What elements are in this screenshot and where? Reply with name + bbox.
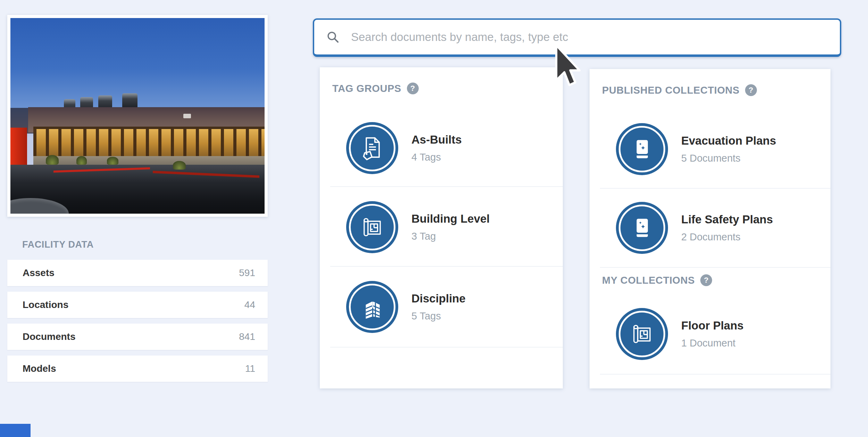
divider [600,267,831,268]
tag-group-item-as-builts[interactable]: As-Builts 4 Tags [346,122,462,174]
search-input[interactable] [350,30,828,44]
item-title: Building Level [411,212,490,225]
my-collections-header-label: MY COLLECTIONS [602,275,695,286]
tag-groups-header-label: TAG GROUPS [332,83,401,94]
facility-data-row: Locations 44 [7,292,268,318]
corner-accent [0,424,31,437]
item-title: Discipline [411,292,466,305]
divider [330,347,563,348]
help-icon[interactable]: ? [745,84,757,96]
facility-photo-card [7,15,268,217]
item-subtitle: 4 Tags [411,152,462,163]
published-collections-header-label: PUBLISHED COLLECTIONS [602,85,740,96]
item-subtitle: 1 Document [681,337,744,349]
item-subtitle: 5 Documents [681,153,776,164]
item-title: Evacuation Plans [681,134,776,147]
facility-row-value: 841 [239,331,255,342]
collection-item-life-safety-plans[interactable]: Life Safety Plans 2 Documents [616,202,773,254]
photo-shrub [107,157,118,165]
facility-data-row: Models 11 [7,355,268,382]
facility-row-value: 11 [245,363,255,374]
divider [600,374,831,375]
tag-group-item-building-level[interactable]: Building Level 3 Tag [346,201,490,253]
facility-photo [10,18,265,214]
photo-shrub [46,155,59,165]
building-icon [346,281,398,333]
facility-row-label: Assets [23,267,55,279]
facility-row-label: Models [23,363,56,374]
facility-data-row: Assets 591 [7,260,268,286]
my-collections-header: MY COLLECTIONS ? [602,274,712,286]
collections-card: PUBLISHED COLLECTIONS ? Evacuation Plans… [590,69,831,388]
facility-row-label: Documents [23,331,75,342]
book-sparkle-icon [616,123,668,175]
tag-groups-card: TAG GROUPS ? As-Builts 4 Tags [320,67,563,388]
collection-item-floor-plans[interactable]: Floor Plans 1 Document [616,308,744,360]
tag-group-item-discipline[interactable]: Discipline 5 Tags [346,281,466,333]
photo-building-logo [183,114,191,118]
item-subtitle: 5 Tags [411,310,466,322]
help-icon[interactable]: ? [407,83,419,94]
facility-row-value: 44 [244,299,255,310]
item-subtitle: 3 Tag [411,231,490,242]
search-icon [326,30,340,44]
help-icon[interactable]: ? [700,274,712,286]
item-title: As-Builts [411,133,462,146]
photo-red-wall [10,128,27,167]
divider [600,188,831,189]
divider [330,266,563,267]
item-title: Life Safety Plans [681,213,773,226]
facility-data-row: Documents 841 [7,324,268,350]
document-tag-icon [346,122,398,174]
collection-item-evacuation-plans[interactable]: Evacuation Plans 5 Documents [616,123,776,175]
item-title: Floor Plans [681,319,744,332]
tag-groups-header: TAG GROUPS ? [332,83,419,94]
photo-shrub [173,161,186,170]
published-collections-header: PUBLISHED COLLECTIONS ? [602,84,757,96]
book-sparkle-icon [616,202,668,254]
blueprint-icon [616,308,668,360]
photo-shrub [76,156,86,165]
facility-data-header: FACILITY DATA [22,239,94,250]
facility-row-value: 591 [239,267,255,279]
item-subtitle: 2 Documents [681,231,773,243]
facility-row-label: Locations [23,299,68,310]
divider [330,186,563,187]
blueprint-icon [346,201,398,253]
search-bar[interactable] [313,18,841,57]
photo-roof-vent [122,93,137,109]
